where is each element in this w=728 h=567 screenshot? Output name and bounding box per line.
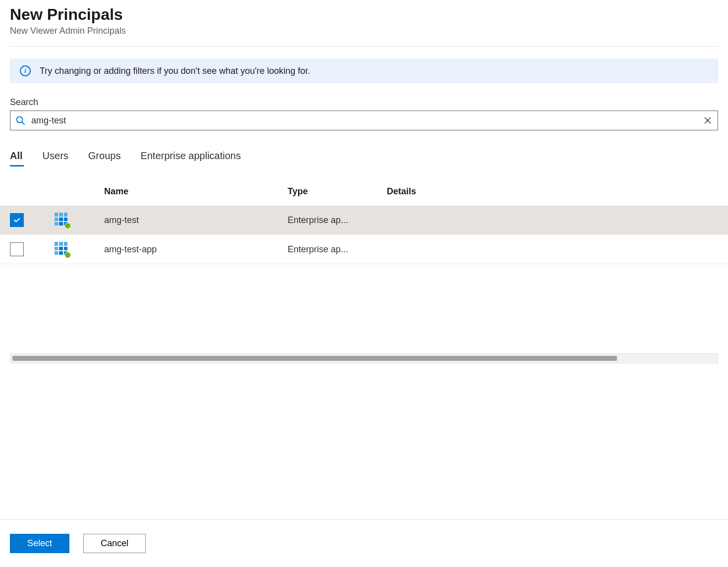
- filter-tabs: All Users Groups Enterprise applications: [10, 150, 718, 167]
- row-name: amg-test: [104, 215, 288, 226]
- tab-users[interactable]: Users: [43, 150, 68, 167]
- table-row[interactable]: amg-test-app Enterprise ap...: [0, 235, 728, 264]
- page-title: New Principals: [10, 5, 718, 24]
- table-header: Name Type Details: [0, 186, 728, 197]
- table-row[interactable]: amg-test Enterprise ap...: [0, 206, 728, 235]
- svg-line-1: [22, 122, 24, 124]
- page-subtitle: New Viewer Admin Principals: [10, 26, 718, 36]
- header-divider: [10, 46, 718, 47]
- column-header-type[interactable]: Type: [288, 186, 387, 197]
- results-table: Name Type Details amg-test Enterprise ap…: [0, 186, 728, 264]
- scrollbar-thumb[interactable]: [12, 356, 617, 361]
- page-header: New Principals New Viewer Admin Principa…: [0, 0, 728, 46]
- select-button[interactable]: Select: [10, 534, 69, 553]
- horizontal-scrollbar[interactable]: [10, 353, 718, 363]
- row-name: amg-test-app: [104, 244, 288, 255]
- tab-enterprise-applications[interactable]: Enterprise applications: [140, 150, 241, 167]
- row-type: Enterprise ap...: [288, 244, 387, 255]
- row-checkbox[interactable]: [10, 213, 24, 227]
- info-banner-text: Try changing or adding filters if you do…: [40, 66, 310, 76]
- search-section: Search: [10, 97, 718, 130]
- cancel-button[interactable]: Cancel: [83, 534, 146, 553]
- footer-actions: Select Cancel: [0, 519, 728, 567]
- info-banner: i Try changing or adding filters if you …: [10, 58, 718, 83]
- row-type: Enterprise ap...: [288, 215, 387, 226]
- search-box[interactable]: [10, 111, 718, 130]
- info-icon: i: [20, 65, 31, 76]
- row-checkbox[interactable]: [10, 242, 24, 256]
- column-header-name[interactable]: Name: [104, 186, 288, 197]
- clear-icon[interactable]: [703, 115, 713, 125]
- search-icon: [15, 115, 25, 125]
- search-label: Search: [10, 97, 718, 108]
- search-input[interactable]: [25, 115, 703, 126]
- tab-all[interactable]: All: [10, 150, 23, 167]
- enterprise-app-icon: [55, 242, 69, 257]
- column-header-details[interactable]: Details: [387, 186, 718, 197]
- tab-groups[interactable]: Groups: [88, 150, 121, 167]
- enterprise-app-icon: [55, 213, 69, 227]
